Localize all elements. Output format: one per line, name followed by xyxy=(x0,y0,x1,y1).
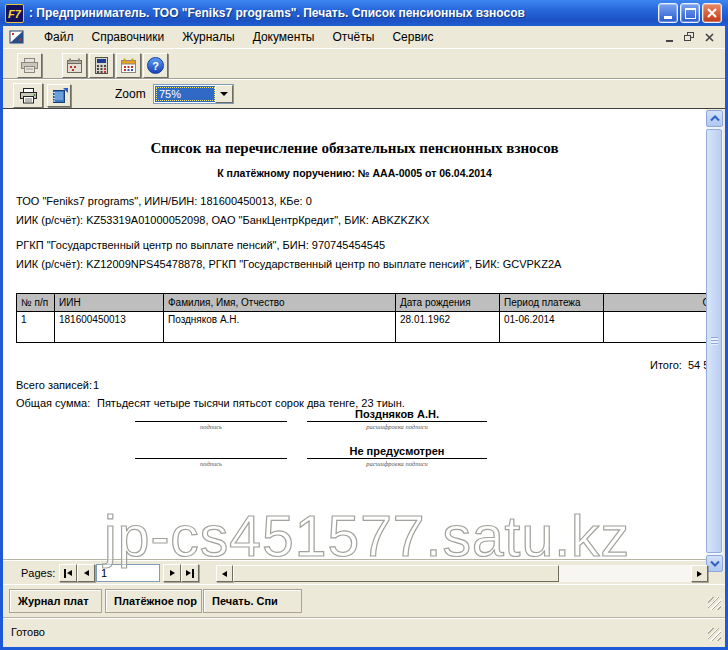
close-icon xyxy=(707,8,717,18)
next-page-icon xyxy=(170,570,175,576)
decode-caption: расшифровка подписи xyxy=(307,460,487,467)
minimize-button[interactable] xyxy=(658,3,678,23)
sum-label: Общая сумма: xyxy=(16,397,90,409)
chevron-left-icon xyxy=(222,571,227,577)
main-toolbar: ? xyxy=(3,48,725,79)
col-number: № п/п xyxy=(17,294,55,312)
zoom-selected-value: 75% xyxy=(155,86,216,102)
menu-journals[interactable]: Журналы xyxy=(173,28,243,46)
calculator-icon xyxy=(94,57,109,74)
close-button[interactable] xyxy=(702,3,722,23)
next-page-button[interactable] xyxy=(163,564,181,582)
cell-sum xyxy=(604,312,707,343)
previous-page-icon xyxy=(84,570,89,576)
vertical-scrollbar[interactable] xyxy=(706,110,723,572)
col-birthdate: Дата рождения xyxy=(396,294,500,312)
horizontal-scrollbar-thumb[interactable] xyxy=(233,565,559,582)
workspace-tabs: Журнал плат Платёжное пор Печать. Спи xyxy=(3,584,725,619)
cell-birthdate: 28.01.1962 xyxy=(396,312,500,343)
resize-grip xyxy=(708,628,721,641)
signatory-name: Не предусмотрен xyxy=(307,445,487,457)
payer-line-2: ИИК (р/счёт): KZ53319A01000052098, ОАО "… xyxy=(16,214,429,226)
first-page-button[interactable] xyxy=(59,564,77,582)
col-period: Период платежа xyxy=(500,294,604,312)
last-page-button[interactable] xyxy=(181,564,199,582)
total-label: Итого: xyxy=(650,359,682,371)
signature-line xyxy=(307,421,487,422)
calculator-button[interactable] xyxy=(89,53,114,78)
titlebar: F7 : Предприниматель. ТОО "Feniks7 progr… xyxy=(0,0,728,26)
menu-service[interactable]: Сервис xyxy=(383,28,442,46)
scroll-left-button[interactable] xyxy=(216,565,233,582)
chevron-down-icon xyxy=(220,92,228,96)
calendar-button[interactable] xyxy=(116,53,141,78)
tab-payment-order[interactable]: Платёжное пор xyxy=(105,589,202,613)
export-button[interactable] xyxy=(47,84,71,107)
menu-directories[interactable]: Справочники xyxy=(83,28,174,46)
contributions-table: № п/п ИИН Фамилия, Имя, Отчество Дата ро… xyxy=(16,293,706,343)
table-header-row: № п/п ИИН Фамилия, Имя, Отчество Дата ро… xyxy=(17,294,707,312)
pages-bar: Pages: xyxy=(3,559,706,586)
help-icon: ? xyxy=(147,57,164,74)
beneficiary-line-1: РГКП "Государственный центр по выплате п… xyxy=(16,239,385,251)
minimize-icon xyxy=(664,16,672,19)
print-preview-pane: Список на перечисление обязательных пенс… xyxy=(3,108,725,585)
print-button[interactable] xyxy=(13,83,43,108)
scroll-down-button[interactable] xyxy=(706,555,723,572)
col-sum: Сумма xyxy=(604,294,707,312)
mdi-minimize-button[interactable] xyxy=(662,31,677,44)
records-value: 1 xyxy=(93,379,99,391)
mdi-minimize-icon xyxy=(666,40,673,42)
zoom-combobox[interactable]: 75% xyxy=(153,84,234,104)
signature-caption: подпись xyxy=(135,460,287,467)
status-text: Готово xyxy=(11,626,45,638)
first-page-icon xyxy=(64,569,66,578)
horizontal-scrollbar[interactable] xyxy=(233,565,691,582)
payer-line-1: ТОО "Feniks7 programs", ИИН/БИН: 1816004… xyxy=(16,195,312,207)
page-number-input[interactable] xyxy=(96,564,160,582)
zoom-dropdown-button[interactable] xyxy=(215,85,233,103)
decode-caption: расшифровка подписи xyxy=(307,423,487,430)
last-page-icon xyxy=(186,570,191,576)
maximize-button[interactable] xyxy=(680,3,700,23)
menu-file[interactable]: Файл xyxy=(35,28,83,46)
signature-line xyxy=(135,421,287,422)
beneficiary-line-2: ИИК (р/счёт): KZ12009NPS45478878, РГКП "… xyxy=(16,258,561,270)
scroll-right-button[interactable] xyxy=(691,565,708,582)
printer-icon xyxy=(21,58,38,73)
cell-iin: 181600450013 xyxy=(55,312,164,343)
total-value: 54 5 xyxy=(688,359,706,371)
preview-toolbar: Zoom 75% xyxy=(3,78,725,108)
status-bar: Готово xyxy=(3,618,725,647)
col-fio: Фамилия, Имя, Отчество xyxy=(164,294,396,312)
mdi-window-controls xyxy=(662,31,717,44)
window-title: : Предприниматель. ТОО "Feniks7 programs… xyxy=(29,6,658,20)
last-page-icon xyxy=(192,569,194,578)
col-iin: ИИН xyxy=(55,294,164,312)
calendar-icon xyxy=(120,58,137,74)
scroll-up-button[interactable] xyxy=(706,110,723,127)
menubar: Файл Справочники Журналы Документы Отчёт… xyxy=(3,26,725,48)
cell-period: 01-06.2014 xyxy=(500,312,604,343)
scrollbar-thumb[interactable] xyxy=(706,129,722,553)
calendar-report-button[interactable] xyxy=(62,53,87,78)
mdi-close-button[interactable] xyxy=(702,31,717,44)
tab-journal[interactable]: Журнал плат xyxy=(9,589,102,613)
help-button[interactable]: ? xyxy=(143,53,168,78)
menu-reports[interactable]: Отчёты xyxy=(324,28,384,46)
previous-page-button[interactable] xyxy=(77,564,95,582)
menu-documents[interactable]: Документы xyxy=(244,28,324,46)
thumb-grip xyxy=(711,337,718,345)
pages-label: Pages: xyxy=(21,567,55,579)
first-page-icon xyxy=(67,570,72,576)
cell-number: 1 xyxy=(17,312,55,343)
app-icon xyxy=(9,30,25,45)
tab-print-list[interactable]: Печать. Спи xyxy=(203,589,302,613)
document-title: Список на перечисление обязательных пенс… xyxy=(3,140,706,157)
document-page: Список на перечисление обязательных пенс… xyxy=(3,109,706,559)
window-controls xyxy=(658,3,722,23)
mdi-restore-button[interactable] xyxy=(682,31,697,44)
notebook-icon xyxy=(51,88,68,104)
print-disabled-button[interactable] xyxy=(17,53,42,78)
records-label: Всего записей: xyxy=(16,379,92,391)
